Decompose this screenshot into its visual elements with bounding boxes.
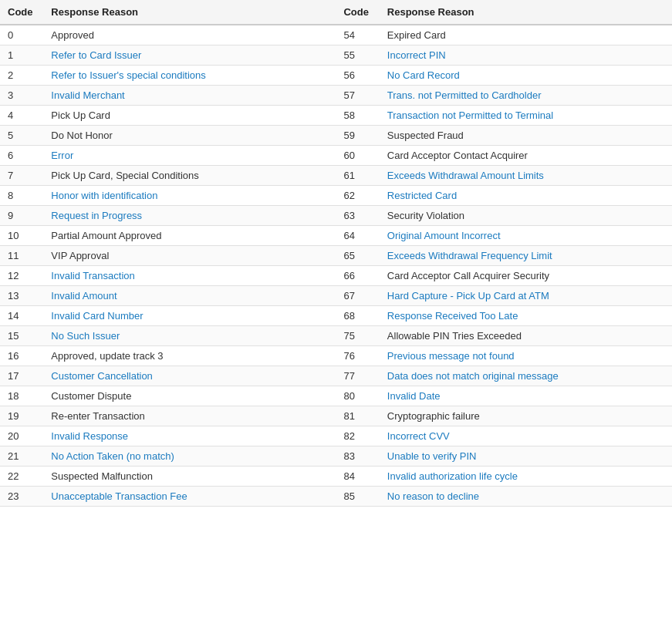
left-reason[interactable]: Invalid Merchant xyxy=(43,86,336,106)
table-row: 17Customer Cancellation77Data does not m… xyxy=(0,366,672,386)
right-reason[interactable]: Incorrect PIN xyxy=(380,45,672,66)
table-row: 4Pick Up Card58Transaction not Permitted… xyxy=(0,106,672,126)
table-row: 9Request in Progress63Security Violation xyxy=(0,206,672,226)
left-reason[interactable]: Invalid Amount xyxy=(43,286,336,306)
left-reason: Pick Up Card xyxy=(43,106,336,126)
right-reason[interactable]: Original Amount Incorrect xyxy=(380,226,672,246)
table-row: 2Refer to Issuer's special conditions56N… xyxy=(0,66,672,86)
left-reason[interactable]: Invalid Transaction xyxy=(43,266,336,286)
left-reason[interactable]: Invalid Response xyxy=(43,426,336,446)
left-code: 17 xyxy=(0,366,43,386)
right-reason: Cryptographic failure xyxy=(380,406,672,426)
table-header: Code Response Reason Code Response Reaso… xyxy=(0,0,672,25)
table-row: 23Unacceptable Transaction Fee85No reaso… xyxy=(0,487,672,507)
right-code: 75 xyxy=(336,326,379,346)
table-row: 6Error60Card Acceptor Contact Acquirer xyxy=(0,146,672,166)
right-code: 66 xyxy=(336,266,379,286)
right-code: 56 xyxy=(336,66,379,86)
left-code: 21 xyxy=(0,446,43,467)
table-row: 13Invalid Amount67Hard Capture - Pick Up… xyxy=(0,286,672,306)
left-code: 7 xyxy=(0,166,43,186)
left-reason: Pick Up Card, Special Conditions xyxy=(43,166,336,186)
left-code: 14 xyxy=(0,306,43,326)
left-code: 23 xyxy=(0,487,43,507)
right-reason[interactable]: Invalid authorization life cycle xyxy=(380,467,672,487)
left-reason[interactable]: Invalid Card Number xyxy=(43,306,336,326)
right-code: 65 xyxy=(336,246,379,266)
right-reason: Allowable PIN Tries Exceeded xyxy=(380,326,672,346)
left-code: 3 xyxy=(0,86,43,106)
left-reason: Approved, update track 3 xyxy=(43,346,336,366)
left-reason: Partial Amount Approved xyxy=(43,226,336,246)
table-row: 1Refer to Card Issuer55Incorrect PIN xyxy=(0,45,672,66)
right-reason[interactable]: Unable to verify PIN xyxy=(380,446,672,467)
right-code: 85 xyxy=(336,487,379,507)
left-reason[interactable]: Customer Cancellation xyxy=(43,366,336,386)
right-reason[interactable]: No Card Record xyxy=(380,66,672,86)
left-reason: Customer Dispute xyxy=(43,386,336,406)
table-row: 21No Action Taken (no match)83Unable to … xyxy=(0,446,672,467)
col-header-reason-left: Response Reason xyxy=(43,0,336,25)
right-reason: Security Violation xyxy=(380,206,672,226)
table-row: 19Re-enter Transaction81Cryptographic fa… xyxy=(0,406,672,426)
left-code: 18 xyxy=(0,386,43,406)
right-reason[interactable]: Exceeds Withdrawal Frequency Limit xyxy=(380,246,672,266)
table-row: 12Invalid Transaction66Card Acceptor Cal… xyxy=(0,266,672,286)
left-code: 12 xyxy=(0,266,43,286)
table-row: 7Pick Up Card, Special Conditions61Excee… xyxy=(0,166,672,186)
right-code: 80 xyxy=(336,386,379,406)
left-code: 9 xyxy=(0,206,43,226)
left-reason: Suspected Malfunction xyxy=(43,467,336,487)
col-header-code-right: Code xyxy=(336,0,379,25)
left-code: 22 xyxy=(0,467,43,487)
right-reason[interactable]: Incorrect CVV xyxy=(380,426,672,446)
right-code: 57 xyxy=(336,86,379,106)
left-reason[interactable]: Request in Progress xyxy=(43,206,336,226)
left-code: 4 xyxy=(0,106,43,126)
right-reason[interactable]: Hard Capture - Pick Up Card at ATM xyxy=(380,286,672,306)
right-code: 68 xyxy=(336,306,379,326)
right-code: 67 xyxy=(336,286,379,306)
left-code: 13 xyxy=(0,286,43,306)
left-code: 16 xyxy=(0,346,43,366)
right-code: 61 xyxy=(336,166,379,186)
table-row: 3Invalid Merchant57Trans. not Permitted … xyxy=(0,86,672,106)
right-reason[interactable]: Invalid Date xyxy=(380,386,672,406)
left-reason: Do Not Honor xyxy=(43,126,336,146)
left-reason[interactable]: Refer to Issuer's special conditions xyxy=(43,66,336,86)
table-row: 18Customer Dispute80Invalid Date xyxy=(0,386,672,406)
right-code: 82 xyxy=(336,426,379,446)
right-reason: Card Acceptor Contact Acquirer xyxy=(380,146,672,166)
left-reason[interactable]: Honor with identification xyxy=(43,186,336,206)
table-row: 11VIP Approval65Exceeds Withdrawal Frequ… xyxy=(0,246,672,266)
right-reason[interactable]: Restricted Card xyxy=(380,186,672,206)
right-code: 58 xyxy=(336,106,379,126)
left-reason[interactable]: Error xyxy=(43,146,336,166)
right-reason[interactable]: Response Received Too Late xyxy=(380,306,672,326)
right-reason[interactable]: No reason to decline xyxy=(380,487,672,507)
col-header-code-left: Code xyxy=(0,0,43,25)
response-codes-table: Code Response Reason Code Response Reaso… xyxy=(0,0,672,507)
right-reason[interactable]: Data does not match original message xyxy=(380,366,672,386)
right-reason: Card Acceptor Call Acquirer Security xyxy=(380,266,672,286)
right-reason[interactable]: Previous message not found xyxy=(380,346,672,366)
right-reason[interactable]: Trans. not Permitted to Cardholder xyxy=(380,86,672,106)
right-reason[interactable]: Transaction not Permitted to Terminal xyxy=(380,106,672,126)
left-reason[interactable]: No Such Issuer xyxy=(43,326,336,346)
right-reason[interactable]: Exceeds Withdrawal Amount Limits xyxy=(380,166,672,186)
right-code: 60 xyxy=(336,146,379,166)
table-row: 22Suspected Malfunction84Invalid authori… xyxy=(0,467,672,487)
right-code: 63 xyxy=(336,206,379,226)
right-code: 54 xyxy=(336,25,379,45)
right-code: 77 xyxy=(336,366,379,386)
left-reason[interactable]: Refer to Card Issuer xyxy=(43,45,336,66)
right-code: 59 xyxy=(336,126,379,146)
left-reason[interactable]: Unacceptable Transaction Fee xyxy=(43,487,336,507)
left-code: 19 xyxy=(0,406,43,426)
col-header-reason-right: Response Reason xyxy=(380,0,672,25)
left-reason: Approved xyxy=(43,25,336,45)
right-reason: Suspected Fraud xyxy=(380,126,672,146)
left-code: 11 xyxy=(0,246,43,266)
left-reason[interactable]: No Action Taken (no match) xyxy=(43,446,336,467)
right-reason: Expired Card xyxy=(380,25,672,45)
